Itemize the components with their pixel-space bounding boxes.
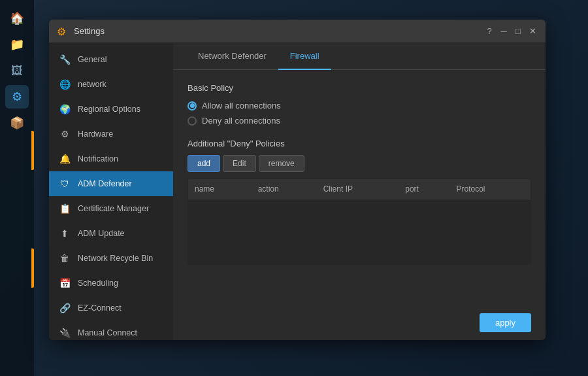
adm-update-icon: ⬆ bbox=[58, 227, 71, 240]
footer-area: apply bbox=[173, 305, 546, 340]
window-title: Settings bbox=[74, 26, 484, 36]
radio-inner-allow bbox=[190, 103, 195, 108]
sidebar-label-notification: Notification bbox=[78, 154, 118, 163]
col-protocol: Protocol bbox=[449, 179, 531, 199]
app-icon-files[interactable]: 📁 bbox=[5, 33, 29, 56]
cert-manager-icon: 📋 bbox=[58, 202, 71, 215]
network-recycle-icon: 🗑 bbox=[58, 252, 71, 265]
deny-policies-title: Additional "Deny" Policies bbox=[188, 139, 531, 148]
help-button[interactable]: ? bbox=[484, 26, 495, 37]
sidebar-item-regional[interactable]: 🌍Regional Options bbox=[49, 97, 173, 122]
network-icon: 🌐 bbox=[58, 78, 71, 91]
notification-icon: 🔔 bbox=[58, 152, 71, 165]
sidebar-item-cert-manager[interactable]: 📋Certificate Manager bbox=[49, 196, 173, 221]
sidebar-item-adm-update[interactable]: ⬆ADM Update bbox=[49, 221, 173, 246]
sidebar-label-network: network bbox=[78, 80, 106, 89]
sidebar-item-hardware[interactable]: ⚙Hardware bbox=[49, 122, 173, 146]
titlebar: ⚙ Settings ? ─ □ ✕ bbox=[49, 20, 546, 43]
apply-button[interactable]: apply bbox=[480, 313, 531, 332]
col-port: port bbox=[399, 179, 449, 199]
maximize-button[interactable]: □ bbox=[513, 26, 523, 37]
sidebar-item-network-recycle[interactable]: 🗑Network Recycle Bin bbox=[49, 246, 173, 271]
sidebar-item-manual-connect[interactable]: 🔌Manual Connect bbox=[49, 320, 173, 340]
tab-bar: Network Defender Firewall bbox=[173, 43, 546, 70]
sidebar-item-general[interactable]: 🔧General bbox=[49, 47, 173, 72]
sidebar-label-ez-connect: EZ-Connect bbox=[78, 303, 122, 313]
sidebar-item-adm-defender[interactable]: 🛡ADM Defender bbox=[49, 171, 173, 196]
table-empty-cell bbox=[188, 199, 531, 265]
regional-icon: 🌍 bbox=[58, 103, 71, 116]
radio-allow-all[interactable]: Allow all connections bbox=[188, 101, 531, 111]
scheduling-icon: 📅 bbox=[58, 277, 71, 290]
app-icon-home[interactable]: 🏠 bbox=[5, 7, 29, 30]
add-policy-button[interactable]: add bbox=[188, 155, 220, 172]
table-header-row: name action Client IP port Protocol bbox=[188, 179, 531, 199]
policy-table: name action Client IP port Protocol bbox=[188, 179, 531, 265]
table-empty-row bbox=[188, 199, 531, 265]
window-body: 🔧General🌐network🌍Regional Options⚙Hardwa… bbox=[49, 43, 546, 340]
content-area: Network Defender Firewall Basic Policy A… bbox=[173, 43, 546, 340]
sidebar-item-network[interactable]: 🌐network bbox=[49, 72, 173, 97]
radio-label-deny: Deny all connections bbox=[202, 116, 280, 126]
col-client-ip: Client IP bbox=[317, 179, 399, 199]
adm-defender-icon: 🛡 bbox=[58, 177, 71, 190]
sidebar-label-network-recycle: Network Recycle Bin bbox=[78, 254, 153, 263]
main-area: Basic Policy Allow all connections Deny … bbox=[173, 70, 546, 305]
sidebar-label-general: General bbox=[78, 55, 106, 64]
col-action: action bbox=[252, 179, 317, 199]
deny-policies-section: Additional "Deny" Policies add Edit remo… bbox=[188, 139, 531, 265]
sidebar: 🔧General🌐network🌍Regional Options⚙Hardwa… bbox=[49, 43, 173, 340]
radio-circle-allow bbox=[188, 101, 197, 111]
ez-connect-icon: 🔗 bbox=[58, 301, 71, 315]
side-accent-top bbox=[31, 131, 34, 170]
radio-group-basic-policy: Allow all connections Deny all connectio… bbox=[188, 101, 531, 126]
col-name: name bbox=[188, 179, 252, 199]
app-icon-media[interactable]: 🖼 bbox=[5, 59, 29, 82]
settings-window: ⚙ Settings ? ─ □ ✕ 🔧General🌐network🌍Regi… bbox=[49, 20, 546, 340]
remove-policy-button[interactable]: remove bbox=[259, 155, 304, 172]
hardware-icon: ⚙ bbox=[58, 128, 71, 141]
radio-deny-all[interactable]: Deny all connections bbox=[188, 116, 531, 126]
side-accent-bottom bbox=[31, 248, 34, 288]
close-button[interactable]: ✕ bbox=[527, 26, 538, 37]
sidebar-item-scheduling[interactable]: 📅Scheduling bbox=[49, 271, 173, 296]
app-icon-settings[interactable]: ⚙ bbox=[5, 85, 29, 109]
sidebar-label-regional: Regional Options bbox=[78, 105, 140, 114]
basic-policy-title: Basic Policy bbox=[188, 83, 531, 93]
sidebar-label-hardware: Hardware bbox=[78, 129, 113, 139]
sidebar-label-adm-defender: ADM Defender bbox=[78, 179, 132, 188]
general-icon: 🔧 bbox=[58, 53, 71, 66]
minimize-button[interactable]: ─ bbox=[498, 26, 509, 37]
radio-circle-deny bbox=[188, 116, 197, 126]
app-icon-packages[interactable]: 📦 bbox=[5, 111, 29, 135]
edit-policy-button[interactable]: Edit bbox=[223, 155, 256, 172]
window-controls: ? ─ □ ✕ bbox=[484, 26, 538, 37]
app-icon: ⚙ bbox=[57, 26, 69, 37]
tab-network-defender[interactable]: Network Defender bbox=[186, 43, 278, 70]
radio-label-allow: Allow all connections bbox=[202, 101, 281, 111]
sidebar-label-manual-connect: Manual Connect bbox=[78, 328, 137, 337]
sidebar-label-cert-manager: Certificate Manager bbox=[78, 204, 149, 213]
sidebar-item-ez-connect[interactable]: 🔗EZ-Connect bbox=[49, 296, 173, 320]
tab-firewall[interactable]: Firewall bbox=[278, 43, 331, 70]
sidebar-label-scheduling: Scheduling bbox=[78, 279, 118, 288]
sidebar-label-adm-update: ADM Update bbox=[78, 229, 125, 238]
deny-policy-buttons: add Edit remove bbox=[188, 155, 531, 172]
sidebar-item-notification[interactable]: 🔔Notification bbox=[49, 146, 173, 171]
left-app-bar: 🏠 📁 🖼 ⚙ 📦 bbox=[0, 0, 34, 376]
manual-connect-icon: 🔌 bbox=[58, 326, 71, 339]
